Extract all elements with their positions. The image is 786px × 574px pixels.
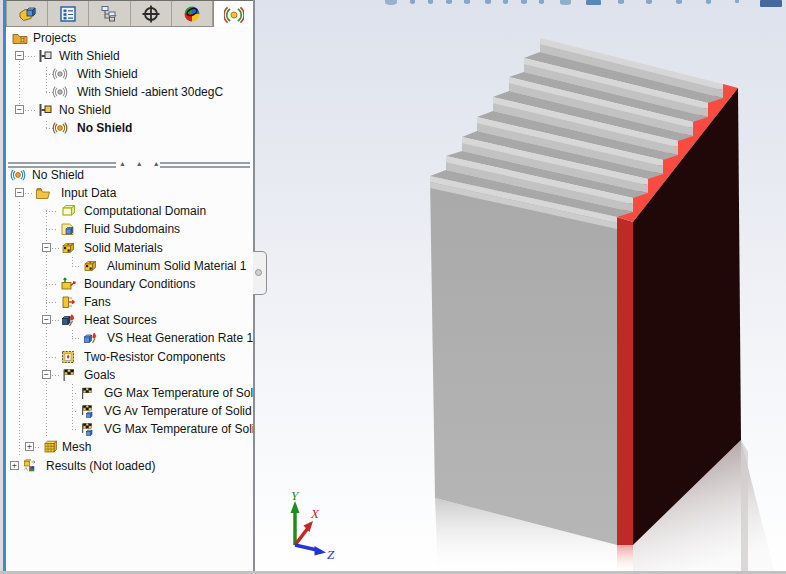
tree-item-mesh[interactable]: + Mesh — [6, 438, 253, 456]
project-marker-yellow-icon — [37, 102, 53, 118]
tree-item-label: Heat Sources — [84, 313, 157, 327]
goals-flag-icon — [60, 367, 76, 383]
tree-item-label: No Shield — [77, 121, 132, 135]
tree-item-label: VG Max Temperature of Soli — [104, 422, 253, 436]
tree-item-label: Results (Not loaded) — [46, 459, 155, 473]
graphics-viewport[interactable]: Y X Z — [255, 0, 786, 574]
heatsink-front-face[interactable] — [430, 176, 617, 545]
tree-item-two-resistor-components[interactable]: Two-Resistor Components — [6, 348, 253, 366]
tree-item-vg-max-temperature[interactable]: VG Max Temperature of Soli — [6, 420, 253, 438]
panel-splitter[interactable]: ▲ ▲ ▲ — [6, 161, 253, 170]
configuration-eye-icon — [52, 66, 68, 82]
tree-item-label: With Shield — [77, 67, 138, 81]
tree-item-label: Mesh — [62, 440, 91, 454]
flow-simulation-tab[interactable] — [213, 1, 255, 28]
z-axis-arrow-icon — [315, 546, 327, 556]
expand-toggle[interactable]: − — [42, 243, 51, 252]
tree-item-label: Boundary Conditions — [84, 277, 195, 291]
tree-item-goals[interactable]: − Goals — [6, 366, 253, 384]
tree-item-aluminum-solid-material[interactable]: Aluminum Solid Material 1 — [6, 257, 253, 275]
tree-item-label: Aluminum Solid Material 1 — [107, 259, 246, 273]
computational-domain-icon — [60, 203, 76, 219]
flow-analysis-tree: No Shield − Input Data Comp — [6, 166, 253, 571]
tree-item-results[interactable]: + Results (Not loaded) — [6, 457, 253, 475]
tree-item-computational-domain[interactable]: Computational Domain — [6, 202, 253, 220]
tree-item-no-shield-config-active[interactable]: No Shield — [6, 119, 253, 137]
expand-toggle[interactable]: − — [15, 105, 24, 114]
manager-panel: Projects − With Shield — [0, 0, 255, 574]
configurations-icon — [99, 4, 119, 24]
dimxpert-manager-tab[interactable] — [131, 1, 172, 26]
tree-item-label: VS Heat Generation Rate 1 — [107, 331, 253, 345]
property-manager-tab[interactable] — [48, 1, 89, 26]
tree-item-label: Two-Resistor Components — [84, 350, 225, 364]
expand-toggle[interactable]: + — [10, 461, 19, 470]
panel-flyout-handle[interactable] — [253, 251, 267, 295]
tree-item-label: With Shield -abient 30degC — [77, 85, 223, 99]
display-sphere-icon — [182, 4, 202, 24]
tree-item-fans[interactable]: Fans — [6, 293, 253, 311]
display-manager-tab[interactable] — [172, 1, 213, 26]
project-marker-gray-icon — [37, 48, 53, 64]
tree-item-boundary-conditions[interactable]: Boundary Conditions — [6, 275, 253, 293]
tree-item-with-shield-project[interactable]: − With Shield — [6, 47, 253, 65]
property-list-icon — [58, 4, 78, 24]
reflection-red — [617, 545, 633, 574]
input-data-folder-icon — [35, 185, 51, 201]
tree-item-input-data[interactable]: − Input Data — [6, 184, 253, 202]
goal-flag-icon — [78, 385, 94, 401]
tree-item-label: Fluid Subdomains — [84, 222, 180, 236]
goal-cube-icon — [78, 403, 94, 419]
fans-icon — [60, 294, 76, 310]
target-crosshair-icon — [141, 4, 161, 24]
x-axis-label: X — [310, 506, 320, 521]
results-icon — [23, 458, 39, 474]
manager-tab-bar — [6, 0, 255, 27]
solid-material-icon — [82, 258, 98, 274]
z-axis-label: Z — [327, 547, 335, 562]
expand-toggle[interactable]: − — [15, 188, 24, 197]
tree-item-label: Input Data — [61, 186, 116, 200]
tree-item-with-shield-30degc[interactable]: With Shield -abient 30degC — [6, 83, 253, 101]
tree-item-with-shield-config[interactable]: With Shield — [6, 65, 253, 83]
solid-material-icon — [60, 240, 76, 256]
tree-item-label: Fans — [84, 295, 111, 309]
feature-manager-tab[interactable] — [6, 1, 48, 26]
tree-item-label: Computational Domain — [84, 204, 206, 218]
tree-item-heat-sources[interactable]: − Heat Sources — [6, 311, 253, 329]
two-resistor-icon — [60, 349, 76, 365]
configuration-eye-icon — [52, 84, 68, 100]
tree-item-label: No Shield — [59, 103, 111, 117]
expand-toggle[interactable]: − — [15, 51, 24, 60]
reflection-edge-strip — [741, 440, 748, 574]
expand-toggle[interactable]: − — [42, 370, 51, 379]
configuration-manager-tab[interactable] — [89, 1, 130, 26]
tree-item-label: VG Av Temperature of Solid — [104, 404, 252, 418]
fluid-subdomains-icon — [60, 221, 76, 237]
tree-item-label: Projects — [33, 31, 76, 45]
flyout-grip-icon — [255, 269, 262, 276]
flow-projects-tree: Projects − With Shield — [6, 27, 253, 161]
tree-item-gg-max-temperature[interactable]: GG Max Temperature of Soli — [6, 384, 253, 402]
part-tree-icon — [17, 4, 37, 24]
panel-accent-edge — [3, 0, 6, 574]
boundary-conditions-icon — [60, 276, 76, 292]
goal-cube-icon — [78, 421, 94, 437]
heatsink-model[interactable]: Y X Z — [255, 0, 786, 574]
expand-toggle[interactable]: + — [25, 442, 34, 451]
reference-triad: Y X Z — [291, 488, 336, 562]
projects-folder-icon — [12, 30, 28, 46]
tree-item-no-shield-project[interactable]: − No Shield — [6, 101, 253, 119]
tree-item-vg-av-temperature[interactable]: VG Av Temperature of Solid — [6, 402, 253, 420]
tree-item-label: GG Max Temperature of Soli — [104, 386, 253, 400]
expand-toggle[interactable]: − — [42, 315, 51, 324]
splitter-grip-icon[interactable]: ▲ ▲ ▲ — [119, 160, 164, 167]
tree-item-fluid-subdomains[interactable]: Fluid Subdomains — [6, 220, 253, 238]
heat-sources-icon — [60, 312, 76, 328]
tree-item-vs-heat-generation-rate[interactable]: VS Heat Generation Rate 1 — [6, 329, 253, 347]
tree-item-solid-materials[interactable]: − Solid Materials — [6, 239, 253, 257]
tree-item-projects[interactable]: Projects — [6, 29, 253, 47]
component-front-strip[interactable] — [617, 217, 633, 545]
configuration-eye-active-icon — [52, 120, 68, 136]
flow-simulation-waves-icon — [224, 5, 244, 25]
